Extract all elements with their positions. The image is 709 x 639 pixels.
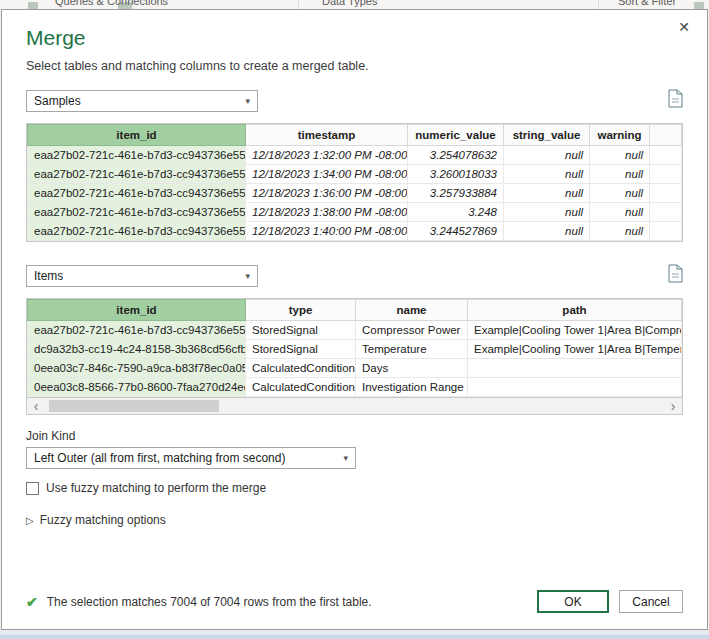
cell: null <box>504 165 590 184</box>
refresh-preview-icon[interactable] <box>668 264 683 287</box>
expander-triangle-icon: ▷ <box>26 515 34 526</box>
chevron-down-icon: ▾ <box>245 271 250 281</box>
first-table-select[interactable]: Samples ▾ <box>26 90 258 112</box>
cancel-button[interactable]: Cancel <box>619 590 683 613</box>
cell: 3.260018033 <box>408 165 504 184</box>
cell <box>468 378 682 397</box>
cell: Example|Cooling Tower 1|Area B|Compress <box>468 321 682 340</box>
table-row: eaa27b02-721c-461e-b7d3-cc943736e55912/1… <box>28 203 682 222</box>
column-header-numeric_value[interactable]: numeric_value <box>408 125 504 146</box>
second-table-selector-row: Items ▾ <box>26 264 683 287</box>
chevron-down-icon: ▾ <box>245 96 250 106</box>
dialog-subtitle: Select tables and matching columns to cr… <box>26 59 683 73</box>
screen: Queries & Connections Data Types Sort & … <box>0 0 709 639</box>
cell: 0eea03c8-8566-77b0-8600-7faa270d24ed <box>28 378 246 397</box>
table-row: eaa27b02-721c-461e-b7d3-cc943736e55912/1… <box>28 146 682 165</box>
chevron-down-icon: ▾ <box>343 453 348 463</box>
column-header-timestamp[interactable]: timestamp <box>246 125 408 146</box>
cell <box>468 359 682 378</box>
ok-button[interactable]: OK <box>537 590 609 613</box>
first-table-selector-row: Samples ▾ <box>26 89 683 112</box>
cell: Temperature <box>356 340 468 359</box>
cell: 3.248 <box>408 203 504 222</box>
table-row: 0eea03c8-8566-77b0-8600-7faa270d24edCalc… <box>28 378 682 397</box>
cell-filler <box>650 203 682 222</box>
fuzzy-options-label: Fuzzy matching options <box>40 513 166 527</box>
samples-preview-table: item_idtimestampnumeric_valuestring_valu… <box>26 123 683 242</box>
ribbon-icon <box>694 2 704 9</box>
fuzzy-matching-label: Use fuzzy matching to perform the merge <box>46 481 266 495</box>
column-header-item_id[interactable]: item_id <box>28 300 246 321</box>
fuzzy-matching-checkbox[interactable] <box>26 482 39 495</box>
column-header-filler <box>650 125 682 146</box>
cell-filler <box>650 222 682 241</box>
table-row: eaa27b02-721c-461e-b7d3-cc943736e55912/1… <box>28 165 682 184</box>
ribbon-group-label: Queries & Connections <box>55 0 168 7</box>
cell: Example|Cooling Tower 1|Area B|Temperat <box>468 340 682 359</box>
cell: null <box>590 165 650 184</box>
cell: Investigation Range <box>356 378 468 397</box>
column-header-string_value[interactable]: string_value <box>504 125 590 146</box>
cell: null <box>504 203 590 222</box>
column-header-item_id[interactable]: item_id <box>28 125 246 146</box>
cell: Days <box>356 359 468 378</box>
check-icon: ✔ <box>26 594 38 610</box>
table-row: eaa27b02-721c-461e-b7d3-cc943736e559Stor… <box>28 321 682 340</box>
cell: null <box>504 184 590 203</box>
cell-filler <box>650 184 682 203</box>
cell: CalculatedCondition <box>246 378 356 397</box>
horizontal-scrollbar[interactable]: ‹ › <box>26 398 683 415</box>
match-status-text: The selection matches 7004 of 7004 rows … <box>47 595 372 609</box>
dialog-buttons: OK Cancel <box>537 590 683 613</box>
column-header-warning[interactable]: warning <box>590 125 650 146</box>
scrollbar-track[interactable] <box>45 398 664 414</box>
cell: eaa27b02-721c-461e-b7d3-cc943736e559 <box>28 222 246 241</box>
cell: 3.244527869 <box>408 222 504 241</box>
cell: 3.254078632 <box>408 146 504 165</box>
column-header-type[interactable]: type <box>246 300 356 321</box>
cell: null <box>504 222 590 241</box>
cell: StoredSignal <box>246 340 356 359</box>
cell: null <box>590 203 650 222</box>
first-table-select-value: Samples <box>34 94 81 108</box>
cell: null <box>590 146 650 165</box>
bottom-strip <box>0 630 709 639</box>
column-header-path[interactable]: path <box>468 300 682 321</box>
scroll-left-icon[interactable]: ‹ <box>27 398 45 414</box>
table-row: 0eea03c7-846c-7590-a9ca-b83f78ec0a05Calc… <box>28 359 682 378</box>
join-kind-label: Join Kind <box>26 429 683 443</box>
cell: eaa27b02-721c-461e-b7d3-cc943736e559 <box>28 321 246 340</box>
cell: 12/18/2023 1:36:00 PM -08:00 <box>246 184 408 203</box>
cell: eaa27b02-721c-461e-b7d3-cc943736e559 <box>28 184 246 203</box>
second-table-select[interactable]: Items ▾ <box>26 265 258 287</box>
scrollbar-thumb[interactable] <box>49 400 219 412</box>
cell-filler <box>650 146 682 165</box>
match-status: ✔ The selection matches 7004 of 7004 row… <box>26 594 372 610</box>
page-title: Merge <box>26 26 683 50</box>
table-row: dc9a32b3-cc19-4c24-8158-3b368cd56cfbStor… <box>28 340 682 359</box>
cell: 0eea03c7-846c-7590-a9ca-b83f78ec0a05 <box>28 359 246 378</box>
ribbon-strip: Queries & Connections Data Types Sort & … <box>0 0 709 9</box>
cell: null <box>590 222 650 241</box>
ribbon-divider <box>298 0 299 9</box>
cell: 12/18/2023 1:34:00 PM -08:00 <box>246 165 408 184</box>
cell: 12/18/2023 1:40:00 PM -08:00 <box>246 222 408 241</box>
table-row: eaa27b02-721c-461e-b7d3-cc943736e55912/1… <box>28 222 682 241</box>
close-icon[interactable]: ✕ <box>673 17 695 37</box>
cell: null <box>590 184 650 203</box>
cell: 12/18/2023 1:38:00 PM -08:00 <box>246 203 408 222</box>
cell: Compressor Power <box>356 321 468 340</box>
cell: eaa27b02-721c-461e-b7d3-cc943736e559 <box>28 203 246 222</box>
column-header-name[interactable]: name <box>356 300 468 321</box>
second-table-select-value: Items <box>34 269 63 283</box>
join-kind-value: Left Outer (all from first, matching fro… <box>34 451 285 465</box>
cell: dc9a32b3-cc19-4c24-8158-3b368cd56cfb <box>28 340 246 359</box>
ribbon-group-label: Data Types <box>322 0 377 7</box>
cell: 3.257933884 <box>408 184 504 203</box>
cell: StoredSignal <box>246 321 356 340</box>
join-kind-select[interactable]: Left Outer (all from first, matching fro… <box>26 447 356 469</box>
scroll-right-icon[interactable]: › <box>664 398 682 414</box>
cell: null <box>504 146 590 165</box>
fuzzy-options-expander[interactable]: ▷ Fuzzy matching options <box>26 513 683 527</box>
refresh-preview-icon[interactable] <box>668 89 683 112</box>
